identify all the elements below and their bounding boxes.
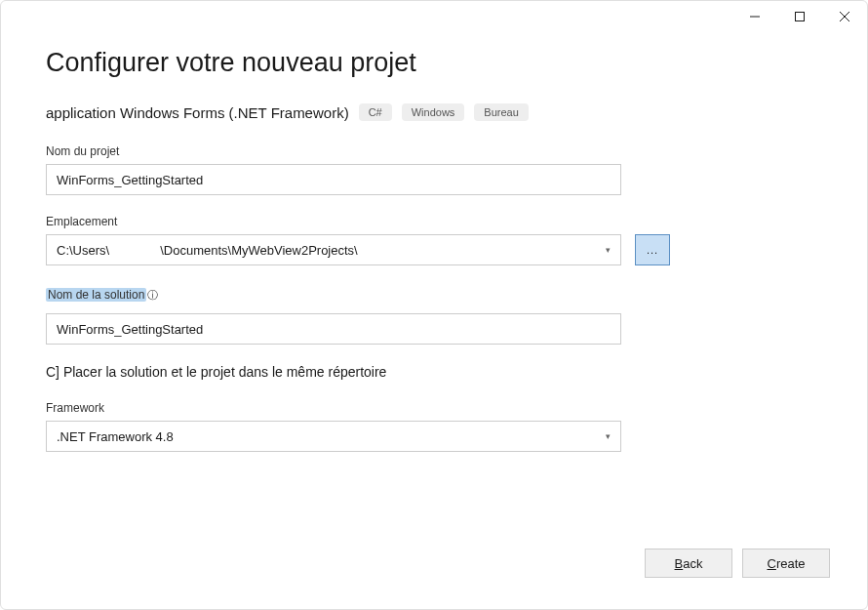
browse-button[interactable]: ...	[635, 234, 670, 265]
chevron-down-icon: ▾	[606, 431, 611, 441]
project-name-input[interactable]	[46, 164, 621, 195]
tag-windows: Windows	[402, 103, 465, 121]
svg-rect-1	[796, 13, 805, 21]
chevron-down-icon: ▾	[606, 245, 611, 255]
location-input[interactable]: C:\Users\ \Documents\MyWebView2Projects\…	[46, 234, 621, 265]
maximize-button[interactable]	[777, 1, 822, 32]
framework-value: .NET Framework 4.8	[57, 429, 174, 444]
solution-name-input[interactable]	[46, 313, 621, 345]
framework-select[interactable]: .NET Framework 4.8 ▾	[46, 421, 621, 452]
create-button[interactable]: Create	[742, 549, 830, 578]
tag-desktop: Bureau	[474, 103, 528, 121]
info-icon: ⓘ	[147, 289, 158, 301]
location-label: Emplacement	[46, 215, 822, 228]
close-button[interactable]	[822, 1, 867, 32]
tag-csharp: C#	[359, 103, 392, 121]
minimize-button[interactable]	[732, 1, 777, 32]
page-title: Configurer votre nouveau projet	[46, 48, 822, 78]
solution-name-label: Nom de la solution	[46, 288, 146, 302]
same-directory-checkbox[interactable]: C] Placer la solution et le projet dans …	[46, 364, 822, 380]
location-value-part2: \Documents\MyWebView2Projects\	[160, 243, 358, 258]
location-value-part1: C:\Users\	[57, 243, 109, 258]
framework-label: Framework	[46, 401, 822, 415]
project-name-label: Nom du projet	[46, 144, 822, 158]
back-button[interactable]: Back	[645, 549, 732, 578]
template-name: application Windows Forms (.NET Framewor…	[46, 104, 349, 121]
